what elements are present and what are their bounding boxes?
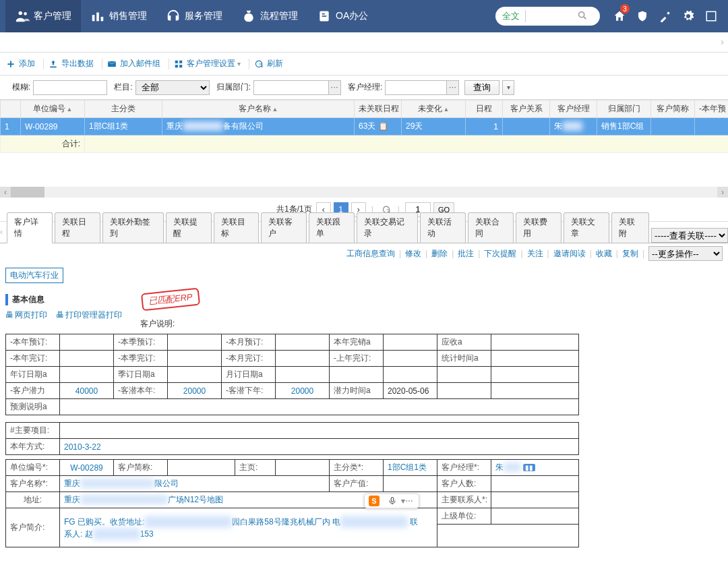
label: -本月预订: (222, 334, 276, 351)
col-name[interactable]: 客户名称▲ (162, 100, 355, 118)
cell-name[interactable]: 重庆xxxxx备有限公司 (162, 118, 355, 136)
scroll-thumb[interactable] (11, 187, 44, 198)
value-short (168, 460, 235, 476)
tab-customer-detail[interactable]: 客户详情 (7, 212, 53, 243)
tab-reminder[interactable]: 关联提醒 (166, 212, 212, 243)
value-manager[interactable]: 朱xx▮▮ (491, 460, 579, 476)
fuzzy-label: 模糊: (12, 82, 30, 93)
value-customer-name[interactable]: 重庆xxxxxxx限公司 (60, 476, 330, 492)
col-short[interactable]: 客户简称 (651, 100, 695, 118)
ime-toolbar[interactable]: S ▾ ⋯ (364, 494, 419, 508)
col-schedule[interactable]: 日程 (466, 100, 503, 118)
value (276, 351, 330, 367)
add-button[interactable]: 添加 (5, 58, 35, 69)
export-button[interactable]: 导出数据 (48, 58, 94, 69)
col-manager[interactable]: 客户经理 (550, 100, 597, 118)
tab-checkin[interactable]: 关联外勤签到 (102, 212, 164, 243)
grid-icon (173, 59, 184, 69)
action-favorite[interactable]: 收藏 (596, 248, 612, 260)
home-icon[interactable]: 3 (608, 0, 631, 32)
col-idx[interactable] (1, 100, 21, 118)
cell-unitno[interactable]: W-00289 (21, 118, 85, 136)
mailgroup-button[interactable]: 加入邮件组 (107, 58, 160, 69)
col-unitno[interactable]: 单位编号▲ (21, 100, 85, 118)
global-search[interactable]: 全文 (495, 7, 600, 26)
nav-sales[interactable]: 销售管理 (81, 0, 156, 32)
tabs-scroll-left-icon[interactable]: ‹ (0, 227, 3, 237)
col-yearforecast[interactable]: -本年预 (695, 100, 729, 118)
nav-label: 流程管理 (260, 10, 298, 22)
industry-tag[interactable]: 电动汽车行业 (5, 268, 63, 283)
value[interactable]: 20000 (276, 383, 330, 399)
value-unit-no[interactable]: W-00289 (60, 460, 114, 476)
value (168, 367, 222, 383)
tab-expense[interactable]: 关联费用 (516, 212, 562, 243)
label (437, 367, 491, 383)
tool-label: 刷新 (267, 58, 283, 69)
query-more-button[interactable]: ▾ (502, 80, 514, 95)
action-edit[interactable]: 修改 (405, 248, 421, 260)
value-category[interactable]: 1部C组1类 (384, 460, 437, 476)
tab-target[interactable]: 关联目标 (214, 212, 260, 243)
tab-transaction[interactable]: 关联交易记录 (357, 212, 418, 243)
action-delete[interactable]: 删除 (431, 248, 448, 260)
chevron-right-icon[interactable]: › (721, 36, 724, 47)
nav-workflow[interactable]: 流程管理 (232, 0, 307, 32)
shield-icon[interactable] (631, 0, 654, 32)
action-next-remind[interactable]: 下次提醒 (484, 248, 516, 260)
action-invite-read[interactable]: 邀请阅读 (553, 248, 586, 260)
nav-customer[interactable]: 客户管理 (5, 0, 81, 32)
svg-rect-7 (322, 16, 327, 17)
column-select[interactable]: 全部 (135, 80, 210, 95)
picker-button[interactable]: ··· (446, 81, 458, 94)
more-actions-select[interactable]: --更多操作-- (648, 246, 723, 261)
col-dept[interactable]: 归属部门 (597, 100, 651, 118)
microphone-icon[interactable] (388, 496, 397, 506)
scroll-left-icon[interactable]: ‹ (0, 187, 11, 198)
query-button[interactable]: 查询 (464, 80, 499, 95)
nav-service[interactable]: 服务管理 (156, 0, 232, 32)
tab-attachment[interactable]: 关联附 (611, 212, 649, 243)
label: 潜力时间a (330, 383, 384, 399)
settings-button[interactable]: 客户管理设置▾ (173, 58, 241, 69)
expand-icon[interactable] (700, 0, 723, 32)
table-row[interactable]: 1 W-00289 1部C组1类 重庆xxxxx备有限公司 63天 📋 29天 … (1, 118, 729, 136)
horizontal-scrollbar[interactable]: ‹ › (0, 187, 728, 198)
fuzzy-input[interactable] (33, 80, 107, 95)
picker-button[interactable]: ··· (328, 81, 340, 94)
col-relation[interactable]: 客户关系 (503, 100, 550, 118)
tools-icon[interactable] (654, 0, 677, 32)
view-related-select[interactable]: -----查看关联---- (651, 228, 728, 243)
action-business-info[interactable]: 工商信息查询 (346, 248, 395, 260)
nav-oa[interactable]: OA办公 (307, 0, 377, 32)
label-customer-name: 客户名称*: (6, 476, 60, 492)
value[interactable]: 40000 (60, 383, 114, 399)
manager-print-link[interactable]: 🖶打印管理器打印 (56, 310, 122, 320)
tab-lead[interactable]: 关联跟单 (309, 212, 355, 243)
label-main-project: #主要项目: (6, 423, 60, 439)
web-print-link[interactable]: 🖶网页打印 (5, 310, 47, 320)
col-category[interactable]: 主分类 (85, 100, 162, 118)
refresh-button[interactable]: 刷新 (253, 58, 283, 69)
tab-customer[interactable]: 关联客户 (261, 212, 307, 243)
search-input[interactable] (530, 11, 577, 22)
value-brief[interactable]: FG 已购买。收货地址:xxx园白果路58号隆兆机械厂内 电xxx 联 系人: … (60, 508, 437, 547)
label: -客户潜力 (6, 383, 60, 399)
label: 月订日期a (222, 367, 276, 383)
action-annotate[interactable]: 批注 (458, 248, 474, 260)
value-output (384, 476, 437, 492)
ime-more-icon[interactable]: ⋯ (405, 496, 415, 506)
tab-schedule[interactable]: 关联日程 (55, 212, 100, 243)
value-year-way[interactable]: 2010-3-22 (60, 439, 579, 455)
col-nochange[interactable]: 未变化▲ (402, 100, 466, 118)
action-copy[interactable]: 复制 (622, 248, 638, 260)
tab-article[interactable]: 关联文章 (564, 212, 609, 243)
tab-activity[interactable]: 关联活动 (420, 212, 466, 243)
tab-contract[interactable]: 关联合同 (468, 212, 514, 243)
col-noschedule[interactable]: 未关联日程 (355, 100, 402, 118)
search-icon[interactable] (577, 10, 589, 22)
value[interactable]: 20000 (168, 383, 222, 399)
scroll-right-icon[interactable]: › (717, 187, 728, 198)
gear-icon[interactable] (677, 0, 700, 32)
action-follow[interactable]: 关注 (527, 248, 543, 260)
